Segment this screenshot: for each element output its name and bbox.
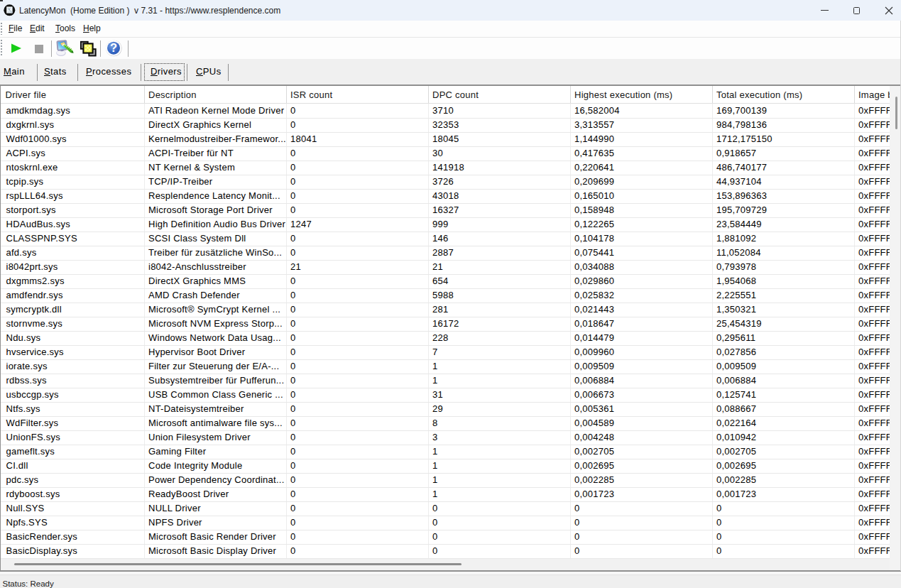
- svg-text:?: ?: [110, 41, 117, 54]
